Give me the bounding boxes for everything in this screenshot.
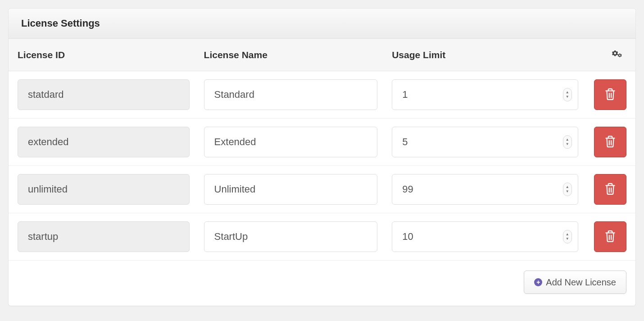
plus-circle-icon: + <box>534 278 542 286</box>
usage-limit-field[interactable] <box>392 127 578 157</box>
trash-icon <box>604 135 616 149</box>
column-header-actions <box>585 39 635 71</box>
panel-title: License Settings <box>21 18 623 29</box>
license-id-field[interactable] <box>18 79 190 110</box>
delete-row-button[interactable] <box>594 79 626 110</box>
number-stepper[interactable]: ▲▼ <box>563 183 572 196</box>
license-settings-panel: License Settings License ID License Name… <box>8 8 636 306</box>
license-id-field[interactable] <box>18 127 190 157</box>
delete-row-button[interactable] <box>594 127 626 157</box>
license-name-field[interactable] <box>204 127 378 157</box>
table-row: ▲▼ <box>9 71 635 119</box>
delete-row-button[interactable] <box>594 174 626 205</box>
panel-header: License Settings <box>9 9 635 39</box>
table-row: ▲▼ <box>9 119 635 166</box>
table-row: ▲▼ <box>9 166 635 213</box>
trash-icon <box>604 88 616 102</box>
column-header-limit: Usage Limit <box>385 39 585 71</box>
license-id-field[interactable] <box>18 221 190 252</box>
panel-footer: + Add New License <box>9 261 635 306</box>
number-stepper[interactable]: ▲▼ <box>563 230 572 243</box>
add-new-license-label: Add New License <box>546 277 616 288</box>
trash-icon <box>604 183 616 197</box>
gears-icon <box>611 49 623 61</box>
number-stepper[interactable]: ▲▼ <box>563 88 572 101</box>
license-name-field[interactable] <box>204 174 378 205</box>
column-header-name: License Name <box>197 39 385 71</box>
table-row: ▲▼ <box>9 213 635 261</box>
license-name-field[interactable] <box>204 79 378 110</box>
trash-icon <box>604 230 616 244</box>
table-header-row: License ID License Name Usage Limit <box>9 39 635 71</box>
license-name-field[interactable] <box>204 221 378 252</box>
usage-limit-field[interactable] <box>392 221 578 252</box>
usage-limit-field[interactable] <box>392 79 578 110</box>
license-id-field[interactable] <box>18 174 190 205</box>
column-header-id: License ID <box>9 39 197 71</box>
delete-row-button[interactable] <box>594 221 626 252</box>
license-table: License ID License Name Usage Limit <box>9 39 635 261</box>
usage-limit-field[interactable] <box>392 174 578 205</box>
number-stepper[interactable]: ▲▼ <box>563 135 572 149</box>
add-new-license-button[interactable]: + Add New License <box>524 271 626 294</box>
